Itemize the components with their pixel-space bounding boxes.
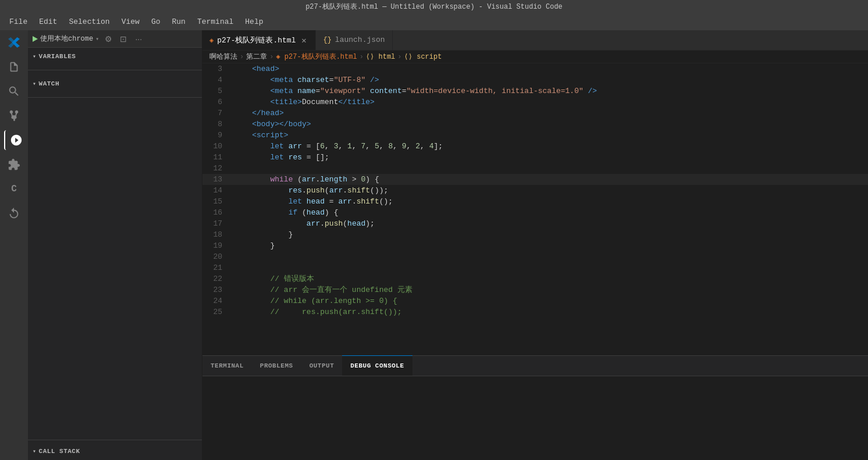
token: <title> bbox=[270, 98, 302, 106]
token bbox=[234, 197, 289, 206]
token bbox=[234, 98, 270, 106]
token: <meta bbox=[270, 87, 297, 95]
token: ); bbox=[365, 219, 375, 228]
code-line: 10 let arr = [6, 3, 1, 7, 5, 8, 9, 2, 4]… bbox=[202, 141, 868, 152]
token: ( bbox=[325, 186, 329, 195]
token bbox=[234, 286, 270, 294]
code-line: 17 arr.push(head); bbox=[202, 218, 868, 229]
tab-html-close[interactable]: ✕ bbox=[299, 35, 308, 45]
breadcrumb-html[interactable]: ⟨⟩ html bbox=[366, 52, 395, 61]
breadcrumb-script[interactable]: ⟨⟩ script bbox=[404, 52, 442, 61]
token: res bbox=[289, 186, 302, 195]
token: , bbox=[352, 142, 361, 151]
explorer-activity-icon[interactable] bbox=[4, 57, 24, 77]
token: push bbox=[307, 186, 325, 195]
breadcrumb: 啊哈算法 › 第二章 › ◈ p27-栈队列链表.html › ⟨⟩ html … bbox=[202, 51, 868, 63]
line-number: 13 bbox=[202, 174, 232, 185]
token bbox=[234, 274, 270, 283]
line-content: <meta charset="UTF-8" /> bbox=[232, 74, 868, 85]
source-control-2-activity-icon[interactable] bbox=[4, 204, 24, 223]
panel-tab-problems[interactable]: PROBLEMS bbox=[252, 355, 301, 376]
menu-item-view[interactable]: View bbox=[117, 16, 144, 27]
line-number: 12 bbox=[202, 163, 232, 174]
line-number: 23 bbox=[202, 284, 232, 295]
panel-tab-debug-console[interactable]: DEBUG CONSOLE bbox=[342, 355, 412, 376]
callstack-chevron: ▾ bbox=[33, 448, 37, 455]
code-line: 14 res.push(arr.shift()); bbox=[202, 185, 868, 196]
search-activity-icon[interactable] bbox=[4, 81, 24, 101]
token: if bbox=[289, 208, 302, 217]
menu-item-run[interactable]: Run bbox=[167, 16, 190, 27]
code-editor[interactable]: 3 <head>4 <meta charset="UTF-8" />5 <met… bbox=[202, 63, 868, 355]
token: // 错误版本 bbox=[270, 274, 314, 283]
run-debug-button[interactable]: 使用本地chrome ▾ bbox=[33, 34, 99, 44]
menu-item-edit[interactable]: Edit bbox=[34, 16, 62, 27]
token bbox=[234, 208, 289, 217]
line-number: 19 bbox=[202, 240, 232, 251]
tab-html[interactable]: ◈ p27-栈队列链表.html ✕ bbox=[202, 30, 316, 50]
code-line: 5 <meta name="viewport" content="width=d… bbox=[202, 85, 868, 97]
line-number: 7 bbox=[202, 108, 232, 119]
debug-settings-button[interactable]: ⚙ bbox=[102, 33, 114, 45]
watch-label: WATCH bbox=[39, 80, 60, 87]
token: 3 bbox=[334, 142, 339, 151]
line-number: 6 bbox=[202, 97, 232, 108]
token bbox=[234, 142, 270, 151]
token: arr bbox=[338, 197, 351, 206]
callstack-header[interactable]: ▾ CALL STACK bbox=[28, 445, 202, 458]
token: ( bbox=[343, 219, 347, 228]
line-number: 14 bbox=[202, 185, 232, 196]
source-control-activity-icon[interactable] bbox=[4, 106, 24, 126]
token: while bbox=[270, 175, 293, 184]
html-file-icon: ◈ bbox=[209, 36, 214, 45]
tab-html-label: p27-栈队列链表.html bbox=[217, 35, 296, 45]
run-debug-activity-icon[interactable] bbox=[4, 130, 24, 150]
tab-json[interactable]: {} launch.json bbox=[316, 30, 392, 50]
line-content: <title>Document</title> bbox=[232, 97, 868, 108]
breadcrumb-algo[interactable]: 啊哈算法 bbox=[209, 52, 237, 62]
menu-item-file[interactable]: File bbox=[5, 16, 32, 27]
panel-tab-output[interactable]: OUTPUT bbox=[301, 355, 343, 376]
token: name bbox=[297, 87, 315, 95]
line-content: <head> bbox=[232, 63, 868, 74]
menu-item-terminal[interactable]: Terminal bbox=[193, 16, 238, 27]
menu-item-go[interactable]: Go bbox=[147, 16, 165, 27]
line-content: res.push(arr.shift()); bbox=[232, 185, 868, 196]
code-line: 25 // res.push(arr.shift()); bbox=[202, 306, 868, 318]
panel-tab-terminal[interactable]: TERMINAL bbox=[202, 355, 252, 376]
line-number: 25 bbox=[202, 306, 232, 318]
token: } bbox=[289, 230, 293, 239]
sidebar-divider-1 bbox=[28, 70, 202, 70]
line-content: // while (arr.length >= 0) { bbox=[232, 295, 868, 306]
watch-header[interactable]: ▾ WATCH bbox=[28, 77, 202, 90]
extensions-activity-icon[interactable] bbox=[4, 155, 24, 174]
token: </title> bbox=[338, 98, 374, 106]
menu-item-selection[interactable]: Selection bbox=[64, 16, 114, 27]
vscode-logo-icon[interactable] bbox=[4, 33, 24, 52]
sidebar-divider-2 bbox=[28, 97, 202, 98]
token: ) { bbox=[325, 208, 338, 217]
token: , bbox=[339, 142, 348, 151]
breadcrumb-chapter[interactable]: 第二章 bbox=[246, 52, 267, 62]
menu-item-help[interactable]: Help bbox=[240, 16, 268, 27]
token: ( bbox=[293, 175, 302, 184]
variables-header[interactable]: ▾ VARIABLES bbox=[28, 50, 202, 63]
clangd-activity-icon[interactable]: C bbox=[4, 179, 24, 199]
line-content: // 错误版本 bbox=[232, 273, 868, 284]
code-line: 22 // 错误版本 bbox=[202, 273, 868, 284]
line-content: </head> bbox=[232, 108, 868, 119]
debug-more-button[interactable]: ··· bbox=[133, 33, 144, 45]
code-line: 20 bbox=[202, 251, 868, 262]
token: push bbox=[325, 219, 343, 228]
token: (); bbox=[379, 197, 393, 206]
line-number: 9 bbox=[202, 130, 232, 141]
token: 5 bbox=[375, 142, 379, 151]
breadcrumb-file[interactable]: ◈ p27-栈队列链表.html bbox=[276, 52, 357, 62]
debug-open-editor-button[interactable]: ⊡ bbox=[118, 33, 129, 45]
token bbox=[234, 186, 289, 195]
token: = []; bbox=[307, 153, 329, 162]
token: 6 bbox=[320, 142, 325, 151]
panel-content[interactable] bbox=[202, 376, 868, 460]
token: head bbox=[347, 219, 365, 228]
token: = bbox=[329, 76, 334, 84]
